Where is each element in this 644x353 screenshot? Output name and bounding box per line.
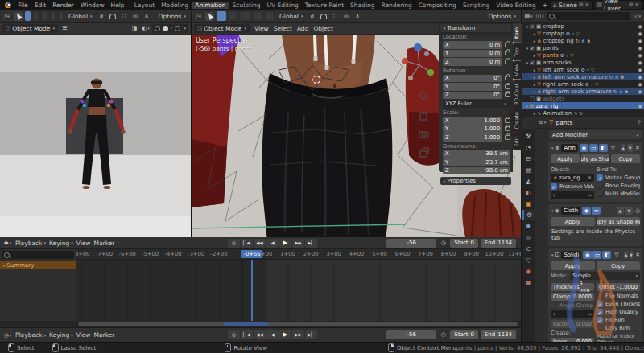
- viewport-menu-add[interactable]: Add: [295, 25, 312, 32]
- menu-help[interactable]: Help: [108, 2, 128, 9]
- end-frame-field[interactable]: End1134: [481, 330, 516, 339]
- flip-normals-checkbox[interactable]: [597, 293, 603, 299]
- close-icon[interactable]: ✕: [635, 145, 640, 151]
- location-field-y[interactable]: Y0 m: [443, 50, 502, 58]
- lock-icon[interactable]: [505, 43, 510, 47]
- workspace-tab-compositing[interactable]: Compositing: [415, 2, 460, 9]
- orientation-dropdown[interactable]: Global▾: [277, 12, 305, 21]
- clock-icon[interactable]: ◷: [439, 239, 448, 248]
- workspace-tab-rendering[interactable]: Rendering: [378, 2, 415, 9]
- scene-selector[interactable]: ◭ Scene ⊞ ✕: [551, 1, 592, 9]
- viewport-menu-object[interactable]: Object: [311, 25, 335, 32]
- menu-view[interactable]: View: [76, 240, 91, 247]
- object-mode-dropdown-center[interactable]: ◳ Object Mode ▾: [194, 24, 250, 33]
- copy-button[interactable]: Copy: [611, 154, 640, 163]
- menu-playback[interactable]: Playback▾: [15, 331, 46, 339]
- next-keyframe-button[interactable]: ▶▶: [292, 239, 304, 248]
- select-mode-3[interactable]: [41, 11, 47, 21]
- select-mode-4[interactable]: [253, 11, 262, 21]
- vertex-groups-checkbox[interactable]: ✓: [597, 174, 603, 181]
- scale-field-y[interactable]: Y1.000: [443, 125, 502, 133]
- fill-rim-checkbox[interactable]: ✓: [597, 317, 603, 323]
- menu-marker[interactable]: Marker: [94, 331, 115, 339]
- menu-view[interactable]: View: [76, 331, 91, 339]
- jump-start-button[interactable]: ▏◀: [241, 330, 253, 339]
- properties-tab-object[interactable]: ▣: [522, 199, 535, 209]
- n-panel-tab-3d-coat[interactable]: 3D-Coat: [513, 80, 522, 109]
- location-field-x[interactable]: X0 m: [443, 41, 502, 49]
- workspace-tab-shading[interactable]: Shading: [347, 2, 378, 9]
- move-up-icon[interactable]: ▲: [624, 251, 627, 259]
- apply-button[interactable]: Apply: [551, 261, 595, 270]
- start-frame-field[interactable]: Start0: [450, 330, 478, 339]
- outliner-row-left-arm-sock[interactable]: ▸▽left arm sock⚙▿▽◉: [522, 66, 644, 73]
- clock-icon[interactable]: ◷: [439, 330, 448, 339]
- menu-marker[interactable]: Marker: [94, 240, 115, 247]
- display-realtime-toggle[interactable]: ▭: [592, 251, 601, 259]
- vertex-group-field[interactable]: ▿ ↔: [551, 191, 594, 199]
- proportional-editing-icon[interactable]: ◎: [131, 12, 140, 21]
- move-up-icon[interactable]: ▲: [621, 144, 626, 152]
- multi-modifier-checkbox[interactable]: [597, 191, 603, 197]
- solid-shading-icon[interactable]: [163, 26, 168, 31]
- xray-toggle-icon[interactable]: ◨: [130, 24, 138, 33]
- expand-icon[interactable]: ▾: [551, 252, 554, 257]
- rotation-field-y[interactable]: Y0°: [443, 83, 502, 91]
- viewport-left[interactable]: ◳ Object Mode ▾ ☰ ◨ ◐▾ ▾: [0, 23, 192, 237]
- blender-logo-icon[interactable]: [5, 2, 11, 8]
- high-quality-normals-checkbox[interactable]: ✓: [597, 309, 603, 315]
- tool-options-dropdown[interactable]: Options▾: [156, 12, 188, 21]
- visibility-eye-icon[interactable]: ◉: [638, 23, 642, 30]
- outliner-row-arm-socks[interactable]: ▾✓▣arm socks◉: [522, 59, 644, 66]
- overlays-dropdown-icon[interactable]: ◐▾: [141, 24, 150, 33]
- outliner-row-right-arm-sock-armature[interactable]: ▸⋔right arm sock armature↻⋔⋔◉: [522, 88, 644, 95]
- scale-field-z[interactable]: Z1.000: [443, 133, 502, 142]
- lock-icon[interactable]: [505, 118, 510, 123]
- menu-window[interactable]: Window: [77, 2, 108, 9]
- orientation-dropdown[interactable]: Global▾: [66, 12, 94, 21]
- offset-slider[interactable]: Offset-1.0000: [597, 283, 640, 291]
- apply-as-shapekey-button[interactable]: Apply as Shap...: [581, 154, 610, 163]
- prev-keyframe-button[interactable]: ◀◀: [254, 330, 266, 339]
- pivot-point-icon[interactable]: ⌀: [308, 12, 316, 21]
- wireframe-shading-icon[interactable]: [155, 26, 160, 31]
- properties-tab-output[interactable]: ⊟: [522, 154, 535, 164]
- visibility-eye-icon[interactable]: ◉: [638, 31, 642, 37]
- menu-file[interactable]: File: [14, 2, 31, 9]
- visibility-eye-icon[interactable]: ◉: [638, 67, 642, 73]
- outliner-row-pants[interactable]: ▸▽pants⚙▿▽◉: [522, 51, 644, 59]
- collection-checkbox[interactable]: ✓: [530, 46, 535, 51]
- clear-icon[interactable]: ✕: [587, 174, 592, 181]
- current-frame-field[interactable]: -56: [386, 239, 436, 248]
- properties-tab-tool[interactable]: ⚒: [522, 131, 535, 142]
- angle-clamp-checkbox[interactable]: [551, 302, 557, 309]
- mode-dropdown[interactable]: Simple ▾: [570, 272, 640, 280]
- rotation-field-z[interactable]: Z0°: [443, 92, 502, 100]
- current-frame-field[interactable]: -56: [386, 330, 436, 339]
- collection-checkbox[interactable]: ✓: [530, 24, 535, 29]
- rendered-shading-icon[interactable]: [175, 26, 180, 31]
- invert-icon[interactable]: ↔: [587, 311, 592, 318]
- pin-icon[interactable]: ⚲: [637, 119, 641, 125]
- close-icon[interactable]: ✕: [635, 252, 640, 258]
- outliner-search-input[interactable]: [547, 12, 630, 20]
- delete-scene-icon[interactable]: ✕: [584, 2, 588, 8]
- pivot-point-icon[interactable]: ⌀: [97, 12, 106, 21]
- proportional-falloff-icon[interactable]: ∧: [142, 12, 151, 21]
- transform-panel-header[interactable]: ▾Transform: [440, 24, 511, 32]
- display-render-toggle[interactable]: ◉: [583, 251, 592, 259]
- workspace-tab-uv-editing[interactable]: UV Editing: [264, 2, 302, 9]
- n-panel-tab-item[interactable]: Item: [513, 24, 522, 43]
- properties-tab-constraints[interactable]: ⊂: [522, 244, 535, 254]
- properties-tab-texture[interactable]: ▦: [522, 277, 535, 288]
- properties-tab-render[interactable]: ◔: [522, 142, 535, 153]
- rotation-field-x[interactable]: X0°: [443, 75, 502, 83]
- editor-type-dropdown[interactable]: ◷▾: [3, 330, 12, 339]
- menu-render[interactable]: Render: [49, 2, 77, 9]
- active-tool-cursor[interactable]: [14, 12, 23, 21]
- menu-keying[interactable]: Keying▾: [49, 331, 73, 339]
- outliner-row-right-arm-sock[interactable]: ▸▽right arm sock⚙▿▽◉: [522, 80, 644, 88]
- visibility-eye-icon[interactable]: ◉: [638, 74, 642, 80]
- outliner-filter-collection-dropdown[interactable]: ◫▾: [535, 12, 544, 21]
- bone-envelopes-checkbox[interactable]: [597, 183, 603, 189]
